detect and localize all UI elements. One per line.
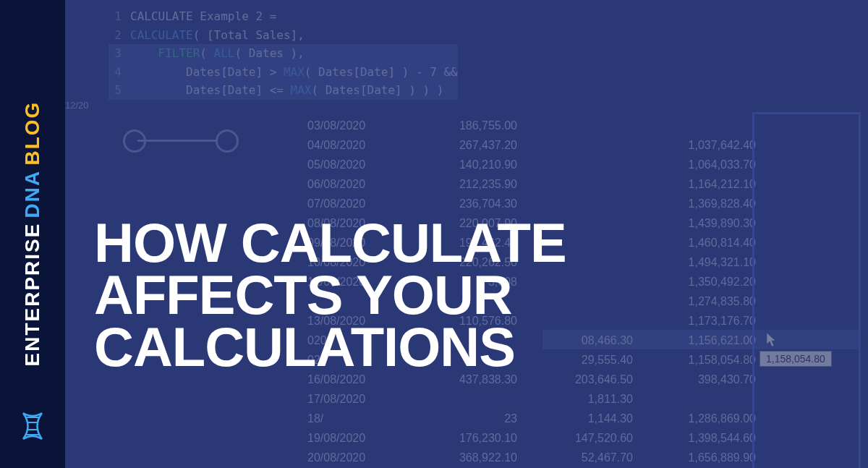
- slider-handle-right: [216, 129, 239, 153]
- brand-dna: DNA: [21, 170, 44, 218]
- slider-handle-left: [123, 129, 146, 153]
- table-row: 20/08/2020368,922.1052,467.701,656,889.9…: [307, 448, 763, 467]
- code-line-4: Dates[Date] > MAX( Dates[Date] ) - 7 &&: [130, 63, 458, 82]
- table-row: 03/08/2020186,755.00: [307, 116, 763, 135]
- brand-blog: BLOG: [21, 101, 44, 166]
- table-row: 17/08/20201,811.30: [307, 389, 763, 409]
- main-content: 1CALCULATE Example 2 = 2CALCULATE( [Tota…: [65, 0, 868, 468]
- table-row: 18/231,144.301,286,869.00: [307, 409, 763, 428]
- headline-title: HOW CALCULATE AFFECTS YOUR CALCULATIONS: [94, 217, 566, 374]
- date-axis-label: 12/20: [65, 100, 89, 111]
- sidebar: ENTERPRISE DNA BLOG: [0, 0, 65, 468]
- highlighted-column-border: [752, 112, 861, 468]
- cursor-pointer-icon: [767, 333, 778, 350]
- dax-code-block: 1CALCULATE Example 2 = 2CALCULATE( [Tota…: [109, 7, 458, 100]
- brand-enterprise: ENTERPRISE: [21, 223, 44, 367]
- range-slider-graphic: [123, 127, 239, 156]
- code-line-3: FILTER( ALL( Dates ),: [130, 44, 305, 63]
- dna-helix-icon: [20, 412, 46, 446]
- code-line-1: CALCULATE Example 2 =: [130, 7, 276, 26]
- headline-line-2: AFFECTS YOUR: [94, 269, 566, 321]
- table-row: 06/08/2020212,235.901,164,212.10: [307, 174, 763, 194]
- code-line-5: Dates[Date] <= MAX( Dates[Date] ) ) ): [130, 81, 444, 100]
- table-row: 05/08/2020140,210.901,064,033.70: [307, 155, 763, 174]
- headline-line-1: HOW CALCULATE: [94, 217, 566, 269]
- sidebar-brand: ENTERPRISE DNA BLOG: [21, 101, 44, 367]
- table-row: 04/08/2020267,437.201,037,642.40: [307, 135, 763, 155]
- table-row: 07/08/2020236,704.301,369,828.40: [307, 194, 763, 213]
- cell-value-tooltip: 1,158,054.80: [760, 351, 832, 367]
- code-line-2: CALCULATE( [Total Sales],: [130, 26, 305, 45]
- table-row: 19/08/2020176,230.10147,520.601,398,544.…: [307, 428, 763, 448]
- headline-line-3: CALCULATIONS: [94, 321, 566, 373]
